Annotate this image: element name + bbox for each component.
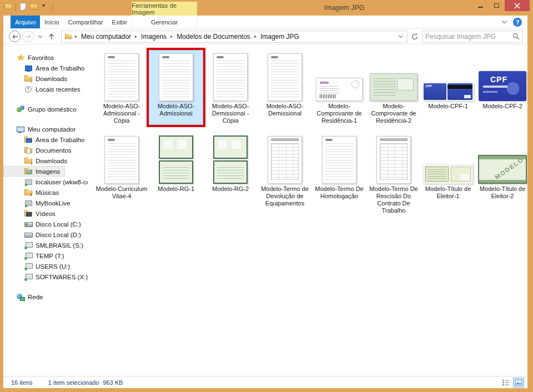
forward-button[interactable] [22, 31, 34, 42]
file-item-modelo-aso-demissional[interactable]: Modelo-ASO-Demissional [258, 50, 312, 125]
file-item-modelo-rg-2[interactable]: Modelo-RG-2 [203, 133, 258, 214]
sidebar-item-rede[interactable]: Rede [3, 292, 48, 302]
videos-folder-icon [24, 210, 33, 218]
details-view-button[interactable] [500, 378, 511, 388]
music-folder-icon [24, 189, 33, 197]
file-item-modelo-aso-demissional-copia[interactable]: Modelo-ASO-Demissional - Cópia [203, 50, 258, 125]
file-list-area[interactable]: Modelo-ASO-Admissional - CópiaModelo-ASO… [88, 44, 527, 376]
sidebar-item-mybooklive[interactable]: MyBookLive [3, 198, 76, 208]
sidebar-item-users-u[interactable]: USERS (U:) [3, 261, 75, 272]
minimize-button[interactable] [472, 0, 489, 11]
sidebar-item-temp-t[interactable]: TEMP (T:) [3, 250, 69, 261]
network-drive-icon [24, 242, 33, 249]
file-item-modelo-cpf-2[interactable]: CPFModelo-CPF-2 [475, 50, 527, 125]
navigation-pane: FavoritosÁrea de TrabalhoDownloadsLocais… [3, 44, 88, 376]
large-thumbnails-view-button[interactable] [513, 378, 524, 388]
up-button[interactable] [45, 33, 58, 40]
star-icon [17, 54, 25, 62]
search-icon[interactable] [512, 33, 520, 40]
sidebar-item-videos[interactable]: Vídeos [3, 208, 61, 219]
desktop-folder-icon [24, 136, 33, 144]
breadcrumb-item-modelos-de-documentos[interactable]: Modelos de Documentos [175, 32, 252, 42]
address-dropdown[interactable] [396, 35, 405, 38]
back-button[interactable] [9, 31, 21, 42]
sidebar-item-disco-local-d[interactable]: Disco Local (D:) [3, 229, 86, 240]
cpf-card-back [447, 83, 472, 100]
chevron-down-icon [398, 35, 403, 38]
file-item-modelo-aso-admissional-copia[interactable]: Modelo-ASO-Admissional - Cópia [94, 50, 149, 125]
breadcrumb-separator-icon: ▸ [252, 34, 259, 39]
sidebar-item-softwares-x[interactable]: SOFTWARES (X:) [3, 272, 88, 282]
explorer-icon [4, 3, 13, 11]
file-item-modelo-termo-de-devolucao-de-equipamentos[interactable]: Modelo-Termo de Devolução de Equipamento… [258, 133, 312, 214]
tab-inicio[interactable]: Início [40, 16, 63, 28]
file-item-modelo-curriculum-vitae-4[interactable]: Modelo-Curriculum Vitae-4 [94, 133, 149, 214]
tab-compartilhar[interactable]: Compartilhar [64, 16, 108, 28]
file-item-modelo-cpf-1[interactable]: CPFModelo-CPF-1 [421, 50, 475, 125]
sidebar-item-disco-local-c[interactable]: Disco Local (C:) [3, 219, 86, 229]
file-item-modelo-aso-admissional[interactable]: Modelo-ASO-Admissional [149, 50, 203, 125]
help-icon[interactable]: ? [513, 18, 522, 27]
sidebar-item-locais-recentes[interactable]: Locais recentes [3, 84, 86, 94]
computer-icon [17, 125, 25, 133]
explorer-button[interactable] [4, 3, 13, 13]
sidebar-item-localuser-wkw8-cor[interactable]: localuser (wkw8-cor [3, 177, 88, 187]
rg-card-back [159, 160, 193, 184]
file-thumbnail [423, 164, 473, 184]
sidebar-item-favoritos[interactable]: Favoritos [3, 52, 59, 63]
file-name: Modelo-ASO-Admissional [149, 103, 203, 125]
breadcrumb-item-imagens[interactable]: Imagens [139, 32, 168, 42]
sidebar-item-meu-computador[interactable]: Meu computador [3, 124, 81, 134]
selection-size: 963 KB [103, 379, 123, 386]
file-name: Modelo-RG-2 [204, 185, 257, 208]
details-view-icon [502, 379, 510, 386]
address-bar: ▸ Meu computador▸Imagens▸Modelos de Docu… [3, 29, 527, 44]
recent-locations-dropdown[interactable] [36, 35, 45, 38]
file-item-modelo-titulo-de-eleitor-2[interactable]: MODELOModelo-Título de Eleitor-2 [475, 133, 527, 214]
breadcrumb-item-meu-computador[interactable]: Meu computador [79, 32, 133, 42]
sidebar-item-downloads[interactable]: Downloads [3, 155, 72, 166]
chevron-down-icon [38, 35, 43, 38]
sidebar-item-imagens[interactable]: Imagens [3, 166, 65, 177]
sidebar-item-grupo-domestico[interactable]: Grupo doméstico [3, 104, 82, 114]
network-drive-icon [24, 273, 33, 281]
file-thumbnail [268, 53, 302, 101]
network-drive-icon [24, 252, 33, 260]
search-input[interactable] [425, 33, 512, 41]
customize-button[interactable] [41, 3, 49, 13]
file-name: Modelo-Curriculum Vitae-4 [95, 185, 148, 208]
maximize-button[interactable] [489, 0, 505, 11]
file-item-modelo-rg-1[interactable]: Modelo-RG-1 [149, 133, 203, 214]
breadcrumb-item-imagem-jpg[interactable]: Imagem JPG [259, 32, 301, 42]
view-switcher [500, 378, 524, 388]
address-box[interactable]: ▸ Meu computador▸Imagens▸Modelos de Docu… [61, 31, 408, 43]
file-item-modelo-comprovante-de-residencia-1[interactable]: vivoModelo-Comprovante de Residência-1 [312, 50, 366, 125]
downloads-folder-icon [24, 75, 33, 83]
tab-gerenciar[interactable]: Gerenciar [132, 16, 197, 28]
sidebar-item-area-de-trabalho[interactable]: Área de Trabalho [3, 63, 88, 73]
tab-exibir[interactable]: Exibir [108, 16, 132, 28]
breadcrumb-separator-icon: ▸ [133, 34, 139, 39]
file-name: Modelo-ASO-Demissional - Cópia [204, 103, 257, 125]
sidebar-item-area-de-trabalho[interactable]: Área de Trabalho [3, 134, 88, 145]
new-folder-button[interactable] [30, 3, 38, 13]
file-item-modelo-comprovante-de-residencia-2[interactable]: Modelo-Comprovante de Residência-2 [366, 50, 421, 125]
file-item-modelo-termo-de-homologacao[interactable]: Modelo-Termo De Homologação [312, 133, 366, 214]
refresh-button[interactable] [410, 33, 422, 41]
file-thumbnail [370, 73, 418, 101]
drive-icon [24, 231, 33, 239]
file-item-modelo-termo-de-rescisao-do-contrato-de-trabalho[interactable]: Modelo-Termo De Rescisão Do Contrato De … [366, 133, 421, 214]
back-arrow-icon [12, 34, 18, 39]
sidebar-item-smlbrasil-s[interactable]: SMLBRASIL (S:) [3, 240, 88, 250]
tab-arquivo[interactable]: Arquivo [11, 16, 40, 28]
sidebar-item-downloads[interactable]: Downloads [3, 73, 72, 84]
close-button[interactable] [505, 0, 530, 11]
sidebar-item-documentos[interactable]: Documentos [3, 145, 77, 155]
collapse-ribbon-icon[interactable] [501, 20, 507, 24]
file-item-modelo-titulo-de-eleitor-1[interactable]: Modelo-Título de Eleitor-1 [421, 133, 475, 214]
downloads-folder-icon [24, 157, 33, 165]
titulo-card-front [425, 167, 449, 182]
sidebar-item-musicas[interactable]: Músicas [3, 187, 64, 198]
toolbar-separator [16, 4, 16, 12]
properties-button[interactable] [19, 3, 27, 13]
